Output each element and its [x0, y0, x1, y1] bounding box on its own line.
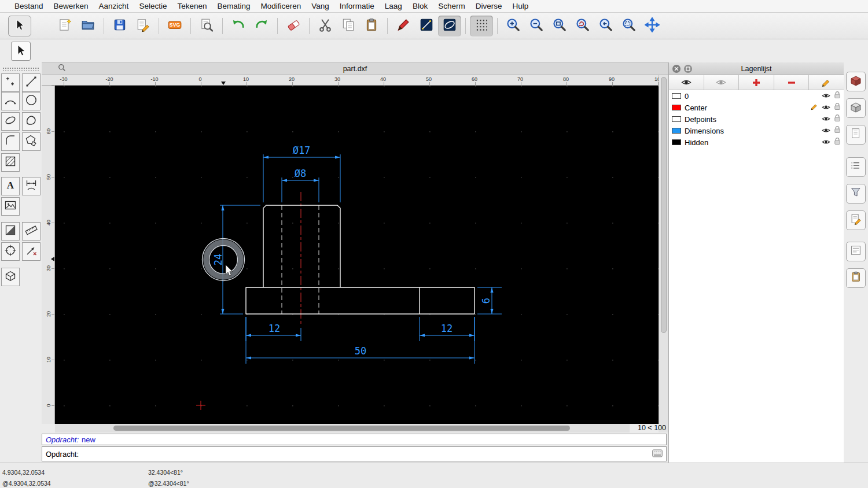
select-tool-option-button[interactable]: [11, 42, 31, 61]
ruler-number: 80: [557, 76, 575, 82]
vertical-scroll-thumb[interactable]: [661, 77, 667, 333]
fill-tool-button[interactable]: [1, 222, 20, 241]
menu-informatie[interactable]: Informatie: [334, 2, 380, 10]
menu-vang[interactable]: Vang: [306, 2, 334, 10]
show-all-layers-button[interactable]: [669, 75, 704, 90]
layer-visibility-icon[interactable]: [822, 125, 830, 136]
menu-bemating[interactable]: Bemating: [212, 2, 255, 10]
drawing-canvas[interactable]: Ø17 Ø8 24 6 12 12 50: [55, 86, 659, 424]
menu-blok[interactable]: Blok: [407, 2, 433, 10]
iso-cube-tool-button[interactable]: [1, 268, 20, 286]
layer-visibility-icon[interactable]: [822, 114, 830, 124]
zoom-in-button[interactable]: [502, 16, 525, 36]
points-tool-button[interactable]: [1, 73, 20, 92]
command-history-value: new: [82, 435, 95, 444]
page-pencil-icon: [135, 17, 150, 35]
zoom-auto-button[interactable]: [548, 16, 571, 36]
menu-modificeren[interactable]: Modificeren: [256, 2, 307, 10]
layer-visibility-icon[interactable]: [822, 137, 830, 147]
float-panel-button[interactable]: [684, 65, 692, 73]
line-tool-button[interactable]: [22, 73, 41, 92]
pan-button[interactable]: [641, 16, 664, 36]
copy-button[interactable]: [337, 16, 360, 36]
command-panel-toggle-button[interactable]: [846, 242, 866, 261]
menu-laag[interactable]: Laag: [380, 2, 407, 10]
command-input[interactable]: [83, 450, 652, 459]
layer-row-hidden[interactable]: Hidden: [669, 136, 844, 148]
menu-hulp[interactable]: Hulp: [507, 2, 534, 10]
cut-button[interactable]: [314, 16, 337, 36]
layer-visibility-icon[interactable]: [822, 91, 830, 101]
remove-layer-button[interactable]: [774, 75, 810, 90]
layer-row-dimensions[interactable]: Dimensions: [669, 125, 844, 136]
svg-export-button[interactable]: SVG: [163, 16, 186, 36]
layer-lock-icon[interactable]: [834, 137, 841, 147]
polyline-tool-button[interactable]: [1, 132, 20, 151]
pen-attributes-button[interactable]: [392, 16, 415, 36]
image-tool-button[interactable]: [1, 197, 20, 216]
layer-lock-icon[interactable]: [834, 125, 841, 136]
open-file-button[interactable]: [76, 16, 100, 36]
library-browser-toggle-button[interactable]: [846, 72, 866, 91]
layer-row-defpoints[interactable]: Defpoints: [669, 113, 844, 125]
menu-aanzicht[interactable]: Aanzicht: [94, 2, 134, 10]
edit-layer-button[interactable]: [809, 75, 844, 90]
line-attributes-button[interactable]: [415, 16, 438, 36]
filter-panel-toggle-button[interactable]: [846, 184, 866, 204]
arc-tool-button[interactable]: [1, 92, 20, 110]
layer-lock-icon[interactable]: [834, 114, 841, 124]
vertical-scrollbar[interactable]: [659, 75, 668, 424]
spline-tool-button[interactable]: [22, 112, 41, 131]
layer-visibility-icon[interactable]: [822, 102, 830, 113]
save-button[interactable]: [108, 16, 131, 36]
keyboard-toggle-icon[interactable]: [652, 449, 663, 459]
page-panel-toggle-button[interactable]: [846, 125, 866, 145]
menu-selectie[interactable]: Selectie: [134, 2, 172, 10]
horizontal-scrollbar[interactable]: [55, 424, 630, 432]
clipboard-panel-toggle-button[interactable]: [846, 268, 866, 288]
menu-tekenen[interactable]: Tekenen: [172, 2, 212, 10]
points-icon: [4, 75, 17, 90]
menu-diverse[interactable]: Diverse: [470, 2, 507, 10]
zoom-previous-button[interactable]: [594, 16, 617, 36]
zoom-window-button[interactable]: [617, 16, 641, 36]
undo-button[interactable]: [227, 16, 250, 36]
text-tool-button[interactable]: A: [1, 177, 20, 195]
list-panel-toggle-button[interactable]: [846, 157, 866, 177]
new-file-button[interactable]: [53, 16, 76, 36]
hide-all-layers-button[interactable]: [704, 75, 740, 90]
ellipse-attributes-button[interactable]: [438, 16, 461, 36]
polygon-tool-button[interactable]: [22, 132, 41, 151]
add-layer-button[interactable]: [739, 75, 774, 90]
snap-tool-button[interactable]: [22, 242, 41, 261]
menu-scherm[interactable]: Scherm: [433, 2, 470, 10]
edit-panel-toggle-button[interactable]: [846, 210, 866, 230]
zoom-redraw-button[interactable]: [571, 16, 594, 36]
ellipse-icon: [4, 114, 17, 129]
close-panel-button[interactable]: [672, 65, 681, 73]
hatch-tool-button[interactable]: [1, 153, 20, 172]
zoom-out-button[interactable]: [525, 16, 548, 36]
circle-tool-button[interactable]: [22, 92, 41, 110]
page-edit-icon: [849, 213, 862, 228]
ellipse-tool-button[interactable]: [1, 112, 20, 131]
layer-row-center[interactable]: Center: [669, 102, 844, 113]
measure-tool-button[interactable]: [22, 222, 41, 241]
circle-center-tool-button[interactable]: [1, 242, 20, 261]
save-as-button[interactable]: [131, 16, 155, 36]
print-preview-button[interactable]: [195, 16, 218, 36]
layer-lock-icon[interactable]: [834, 102, 841, 113]
redo-button[interactable]: [250, 16, 273, 36]
paste-button[interactable]: [360, 16, 383, 36]
select-tool-button[interactable]: [8, 16, 31, 36]
dimension-tool-button[interactable]: [22, 177, 41, 195]
layer-row-0[interactable]: 0: [669, 90, 844, 102]
horizontal-scroll-thumb[interactable]: [113, 426, 570, 431]
delete-button[interactable]: [282, 16, 305, 36]
palette-drag-handle[interactable]: [2, 67, 39, 71]
menu-bestand[interactable]: Bestand: [9, 2, 49, 10]
grid-toggle-button[interactable]: [470, 16, 493, 36]
menu-bewerken[interactable]: Bewerken: [49, 2, 94, 10]
block-list-toggle-button[interactable]: [846, 98, 866, 118]
layer-lock-icon[interactable]: [834, 91, 841, 101]
